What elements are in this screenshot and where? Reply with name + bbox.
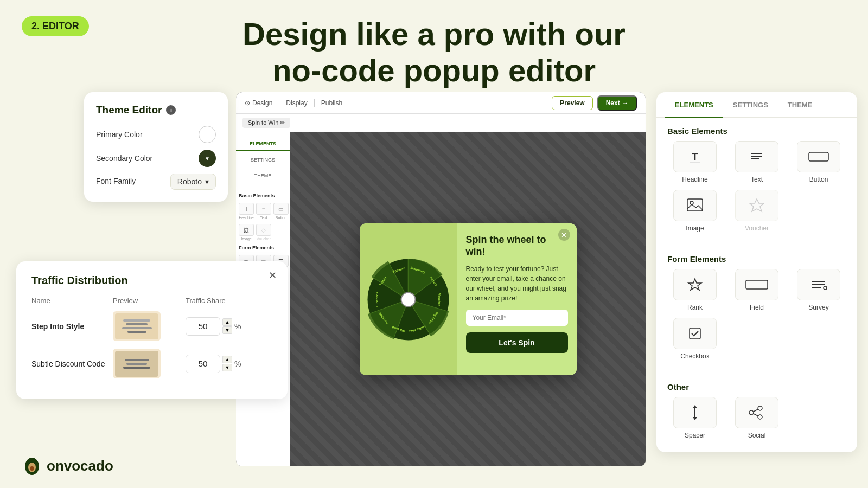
mini-text[interactable]: ≡ Text — [256, 203, 271, 220]
mini-voucher[interactable]: ◇ Voucher — [256, 224, 271, 241]
headline-label: Headline — [682, 176, 707, 183]
checkbox-icon-box — [673, 318, 717, 349]
topbar-right: Preview Next → — [552, 95, 637, 111]
spin-button[interactable]: Let's Spin — [466, 332, 568, 353]
row2-name: Subtle Discount Code — [31, 359, 107, 368]
thumb-line — [123, 319, 150, 322]
svg-point-19 — [401, 292, 416, 306]
mini-basic-grid: T Headline ≡ Text ▭ Button — [239, 203, 287, 220]
list-item[interactable]: T Headline — [667, 141, 723, 183]
thumb-line — [126, 363, 147, 365]
row1-stepper[interactable]: ▲ ▼ — [222, 318, 232, 334]
traffic-table-header: Name Preview Traffic Share — [31, 297, 272, 305]
spin-wheel: Speaker Stationery Tickets Voucher Big P… — [366, 258, 450, 342]
logo: onvocado — [22, 455, 113, 476]
wheel-section: Speaker Stationery Tickets Voucher Big P… — [360, 223, 457, 375]
font-value: Roboto — [177, 177, 202, 186]
row2-share-value[interactable]: 50 — [186, 355, 220, 373]
tab-display[interactable]: Display — [286, 99, 307, 107]
close-button[interactable]: ✕ — [266, 269, 279, 282]
preview-button[interactable]: Preview — [552, 96, 592, 110]
mini-headline-icon: T — [239, 203, 254, 215]
mini-image[interactable]: 🖼 Image — [239, 224, 254, 241]
list-item[interactable]: Image — [667, 190, 723, 232]
editor-body: ELEMENTS SETTINGS THEME Basic Elements T… — [236, 132, 646, 466]
next-button[interactable]: Next → — [597, 95, 637, 111]
thumb-line — [122, 327, 152, 329]
spin-description: Ready to test your fortune? Just enter y… — [466, 264, 568, 303]
tab-settings[interactable]: SETTINGS — [723, 92, 778, 118]
list-item[interactable]: Social — [729, 397, 784, 439]
list-item[interactable]: Rank — [667, 269, 723, 311]
stepper-up[interactable]: ▲ — [222, 356, 232, 363]
stepper-down[interactable]: ▼ — [222, 326, 232, 334]
row2-preview — [113, 349, 161, 378]
other-title: Other — [656, 374, 857, 397]
mini-grid2: 🖼 Image ◇ Voucher — [239, 224, 287, 241]
canvas-area: ✕ — [290, 132, 646, 466]
svg-point-51 — [30, 466, 34, 471]
list-item[interactable]: Survey — [791, 269, 846, 311]
row2-thumbnail — [115, 351, 158, 377]
col-header-share: Traffic Share — [186, 297, 272, 305]
svg-point-39 — [824, 286, 827, 290]
thumb-line — [123, 367, 150, 369]
list-item[interactable]: Voucher — [729, 190, 784, 232]
panel-tab-theme[interactable]: THEME — [236, 170, 290, 182]
list-item[interactable]: Field — [729, 269, 784, 311]
text-label: Text — [751, 176, 763, 183]
row2-share: 50 ▲ ▼ % — [186, 355, 272, 373]
mini-headline-label: Headline — [239, 216, 254, 220]
main-heading: Design like a pro with our no-code popup… — [0, 11, 868, 88]
mini-button[interactable]: ▭ Button — [273, 203, 289, 220]
info-icon[interactable]: i — [166, 105, 176, 115]
rank-icon-box — [673, 269, 717, 300]
spin-popup-content: Spin the wheel to win! Ready to test you… — [457, 223, 577, 375]
wheel-container: Speaker Stationery Tickets Voucher Big P… — [366, 258, 450, 342]
divider — [314, 99, 315, 107]
stepper-up[interactable]: ▲ — [222, 318, 232, 326]
spacer-label: Spacer — [685, 432, 705, 439]
secondary-color-swatch[interactable] — [199, 150, 216, 167]
svg-rect-40 — [690, 328, 700, 339]
divider — [279, 99, 279, 107]
list-item[interactable]: Spacer — [667, 397, 723, 439]
svg-rect-30 — [809, 152, 828, 161]
traffic-title: Traffic Distribution — [31, 274, 272, 287]
survey-icon-box — [797, 269, 840, 300]
row1-share-value[interactable]: 50 — [186, 317, 220, 336]
tab-publish[interactable]: Publish — [321, 99, 342, 107]
svg-marker-43 — [693, 417, 697, 420]
svg-point-45 — [758, 406, 762, 410]
primary-color-row: Primary Color — [96, 126, 216, 143]
email-input[interactable] — [466, 310, 568, 326]
row2-stepper[interactable]: ▲ ▼ — [222, 356, 232, 371]
row1-preview — [113, 311, 161, 341]
font-select[interactable]: Roboto ▾ — [170, 174, 216, 190]
tab-elements[interactable]: ELEMENTS — [665, 92, 723, 118]
pct-label: % — [234, 322, 241, 331]
panel-tab-elements[interactable]: ELEMENTS — [236, 138, 290, 151]
list-item[interactable]: Text — [729, 141, 784, 183]
tab-design[interactable]: ⊙ Design — [245, 99, 272, 107]
popup-close-button[interactable]: ✕ — [558, 229, 570, 241]
list-item[interactable]: Button — [791, 141, 846, 183]
list-item[interactable]: Checkbox — [667, 318, 723, 360]
editor-area: ⊙ Design Display Publish Preview Next → … — [236, 92, 646, 466]
logo-text: onvocado — [47, 458, 113, 474]
primary-color-swatch[interactable] — [199, 126, 216, 143]
mini-basic-elements-title: Basic Elements — [239, 193, 287, 198]
svg-rect-32 — [687, 199, 703, 211]
panel-tab-settings[interactable]: SETTINGS — [236, 154, 290, 166]
field-label: Field — [750, 304, 764, 311]
stepper-down[interactable]: ▼ — [222, 364, 232, 371]
survey-label: Survey — [808, 304, 828, 311]
spin-title: Spin the wheel to win! — [466, 234, 568, 258]
tab-theme[interactable]: THEME — [778, 92, 822, 118]
social-icon-box — [735, 397, 778, 428]
table-row: Subtle Discount Code 50 ▲ ▼ % — [31, 349, 272, 378]
mini-headline[interactable]: T Headline — [239, 203, 254, 220]
svg-rect-35 — [746, 280, 768, 289]
basic-elements-title: Basic Elements — [656, 118, 857, 141]
col-header-name: Name — [31, 297, 107, 305]
